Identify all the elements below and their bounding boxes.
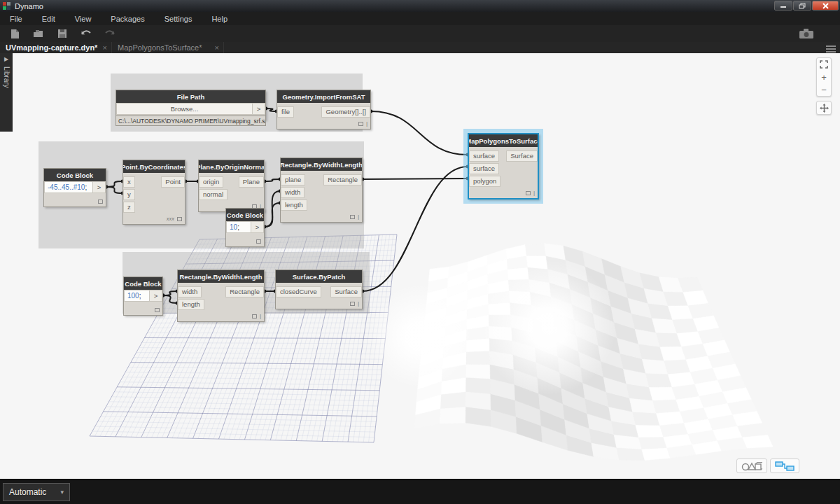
output-port[interactable]: > [93, 181, 106, 193]
wire[interactable] [363, 167, 468, 291]
tab-close-icon[interactable]: × [100, 43, 107, 52]
run-mode-dropdown[interactable]: Automatic ▾ [3, 483, 70, 501]
node-surface-bypatch[interactable]: Surface.ByPatchclosedCurveSurface| [275, 270, 363, 309]
restore-button[interactable] [793, 1, 811, 10]
wire[interactable] [363, 178, 468, 179]
lacing-indicator[interactable]: | [533, 191, 535, 195]
output-port-Point[interactable]: Point [161, 176, 185, 188]
input-port-width[interactable]: width [178, 286, 202, 298]
menu-file[interactable]: File [0, 12, 32, 25]
graph-view-toggle[interactable] [770, 458, 799, 473]
node-mappolygonstosurface[interactable]: MapPolygonsToSurfacesurfacesurfacepolygo… [468, 133, 539, 200]
preview-checkbox[interactable] [177, 217, 182, 221]
wire[interactable] [265, 179, 280, 181]
preview-checkbox[interactable] [256, 239, 261, 244]
preview-checkbox[interactable] [98, 200, 103, 204]
node-title[interactable]: Code Block [226, 209, 264, 221]
preview-checkbox[interactable] [526, 191, 531, 195]
menu-settings[interactable]: Settings [155, 12, 202, 25]
tab-0[interactable]: UVmapping-capture.dyn*× [0, 42, 112, 53]
node-point-bycoordinates[interactable]: Point.ByCoordinatesxyzPointxxx [122, 160, 186, 225]
output-port-Geometry[]..[][interactable]: Geometry[]..[] [321, 106, 370, 118]
input-port-x[interactable]: x [123, 176, 135, 188]
wire[interactable] [265, 203, 280, 227]
node-title[interactable]: File Path [116, 90, 265, 103]
input-port-normal[interactable]: normal [199, 189, 227, 200]
node-title[interactable]: Geometry.ImportFromSAT [277, 90, 370, 103]
input-port-width[interactable]: width [281, 187, 304, 198]
wire[interactable] [371, 111, 468, 155]
close-button[interactable] [812, 1, 839, 10]
input-port-closedCurve[interactable]: closedCurve [276, 286, 321, 298]
redo-button[interactable] [101, 26, 119, 41]
output-port-Rectangle[interactable]: Rectangle [323, 174, 362, 186]
preview-checkbox[interactable] [358, 122, 363, 126]
wire[interactable] [106, 187, 122, 193]
output-port-Surface[interactable]: Surface [506, 150, 538, 162]
input-port-origin[interactable]: origin [199, 176, 223, 188]
new-file-button[interactable] [6, 26, 24, 41]
camera-icon[interactable] [797, 27, 816, 41]
output-port[interactable]: > [150, 290, 162, 302]
input-port-file[interactable]: file [277, 106, 294, 118]
minimize-button[interactable] [774, 1, 792, 10]
preview-checkbox[interactable] [350, 215, 355, 219]
input-port-length[interactable]: length [281, 200, 307, 211]
output-port-Surface[interactable]: Surface [330, 286, 362, 298]
open-file-button[interactable] [29, 26, 48, 41]
input-port-y[interactable]: y [123, 189, 135, 200]
node-code-block[interactable]: Code Block100;> [123, 276, 163, 316]
tab-overflow-menu-icon[interactable] [826, 44, 836, 54]
lacing-indicator[interactable]: | [358, 302, 359, 306]
input-port-plane[interactable]: plane [281, 174, 305, 186]
wire[interactable] [106, 181, 122, 187]
input-port-z[interactable]: z [123, 202, 135, 213]
preview-checkbox[interactable] [252, 314, 257, 318]
geometry-view-toggle[interactable] [736, 458, 767, 473]
menu-view[interactable]: View [65, 12, 102, 25]
node-rectangle-bywidthlength[interactable]: Rectangle.ByWidthLengthplanewidthlengthR… [280, 158, 363, 223]
save-button[interactable] [53, 26, 71, 41]
input-port-length[interactable]: length [178, 299, 204, 310]
code-block-value[interactable]: -45..45..#10; [44, 181, 93, 193]
menu-help[interactable]: Help [202, 12, 237, 25]
node-title[interactable]: Code Block [124, 277, 162, 290]
wire[interactable] [163, 295, 177, 303]
menu-edit[interactable]: Edit [32, 12, 65, 25]
workspace-canvas[interactable]: C:\...\AUTODESK\DYNAMO PRIMER\UVmapping_… [0, 53, 840, 479]
code-block-value[interactable]: 100; [124, 290, 150, 302]
node-title[interactable]: Rectangle.ByWidthLength [178, 270, 264, 283]
node-title[interactable]: MapPolygonsToSurface [469, 134, 538, 147]
library-expand-icon[interactable]: ▶ [4, 56, 8, 62]
preview-checkbox[interactable] [350, 302, 355, 306]
lacing-indicator[interactable]: xxx [167, 217, 174, 221]
code-block-value[interactable]: 10; [226, 221, 251, 233]
input-port-surface[interactable]: surface [469, 163, 499, 174]
node-title[interactable]: Code Block [44, 169, 106, 181]
undo-button[interactable] [77, 26, 95, 41]
node-title[interactable]: Rectangle.ByWidthLength [281, 158, 362, 171]
output-port[interactable]: > [253, 103, 265, 115]
output-port-Plane[interactable]: Plane [239, 176, 264, 188]
node-geometry-importfromsat[interactable]: Geometry.ImportFromSATfileGeometry[]..[]… [276, 90, 371, 130]
lacing-indicator[interactable]: | [366, 122, 368, 126]
node-code-block[interactable]: Code Block-45..45..#10;> [43, 168, 106, 207]
input-port-surface[interactable]: surface [469, 150, 499, 162]
lacing-indicator[interactable]: | [358, 215, 359, 219]
node-title[interactable]: Surface.ByPatch [276, 270, 362, 283]
browse-button[interactable]: Browse... [116, 103, 253, 115]
node-code-block[interactable]: Code Block10;> [225, 208, 265, 247]
node-title[interactable]: Plane.ByOriginNormal [199, 160, 264, 173]
node-rectangle-bywidthlength[interactable]: Rectangle.ByWidthLengthwidthlengthRectan… [177, 270, 265, 322]
node-title[interactable]: Point.ByCoordinates [123, 160, 185, 173]
menu-packages[interactable]: Packages [101, 12, 154, 25]
tab-close-icon[interactable]: × [212, 43, 219, 52]
zoom-in-button[interactable]: + [817, 71, 831, 83]
zoom-out-button[interactable]: − [817, 83, 831, 96]
output-port-Rectangle[interactable]: Rectangle [225, 286, 264, 298]
library-panel-collapsed[interactable]: ▶ Library [0, 53, 13, 132]
pan-button[interactable] [817, 102, 831, 114]
node-plane-byoriginnormal[interactable]: Plane.ByOriginNormaloriginnormalPlane| [198, 160, 265, 212]
tab-1[interactable]: MapPolygonsToSurface*× [112, 42, 224, 53]
preview-checkbox[interactable] [155, 308, 160, 312]
